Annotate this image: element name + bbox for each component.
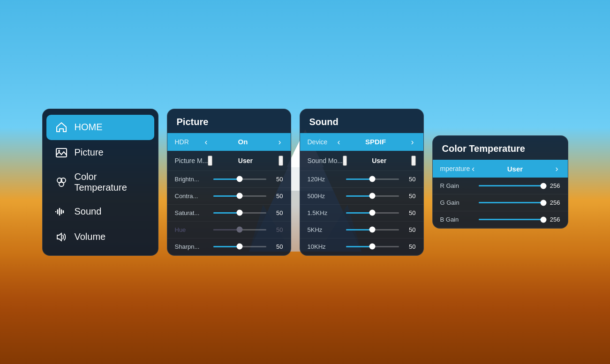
contrast-track[interactable]: [213, 195, 266, 197]
hdr-label: HDR: [175, 138, 203, 146]
menu-item-picture[interactable]: Picture: [46, 140, 154, 165]
picture-mode-value: User: [212, 157, 279, 164]
ggain-row: G Gain 256: [433, 194, 568, 211]
ggain-value: 256: [548, 199, 560, 206]
khz5-row: 5KHz 50: [300, 222, 423, 238]
contrast-row: Contra... 50: [167, 188, 291, 205]
home-icon: [55, 121, 68, 134]
saturation-label: Saturat...: [175, 209, 209, 216]
hdr-prev-button[interactable]: ‹: [203, 138, 210, 146]
sharpness-value: 50: [271, 243, 283, 250]
svg-point-7: [58, 150, 60, 152]
ui-overlay: HOME Picture Color Temperatu: [0, 0, 610, 364]
temp-next-button[interactable]: ›: [554, 164, 560, 173]
bgain-row: B Gain 256: [433, 211, 568, 228]
hz120-label: 120Hz: [308, 176, 341, 183]
saturation-value: 50: [271, 209, 283, 216]
sharpness-row: Sharpn... 50: [167, 238, 291, 255]
picture-mode-row[interactable]: Picture M... ‹ User ›: [167, 151, 291, 171]
bgain-label: B Gain: [440, 216, 474, 223]
khz10-label: 10KHz: [308, 243, 341, 250]
ggain-label: G Gain: [440, 199, 474, 206]
rgain-track[interactable]: [479, 185, 543, 186]
device-prev-button[interactable]: ‹: [336, 138, 342, 146]
brightness-row: Brightn... 50: [167, 171, 291, 188]
sound-mode-row[interactable]: Sound Mo... ‹ User ›: [300, 151, 423, 171]
temp-label: mperature: [440, 165, 470, 172]
hz500-value: 50: [404, 193, 416, 200]
menu-item-home[interactable]: HOME: [46, 115, 154, 140]
menu-label-picture: Picture: [75, 147, 104, 158]
khz10-value: 50: [404, 243, 416, 250]
hue-label: Hue: [175, 226, 209, 233]
sound-mode-next[interactable]: ›: [411, 156, 415, 166]
contrast-value: 50: [271, 193, 283, 200]
rgain-label: R Gain: [440, 182, 474, 189]
hz120-track[interactable]: [346, 178, 399, 180]
hue-track: [213, 229, 266, 230]
brightness-value: 50: [271, 176, 283, 183]
menu-label-volume: Volume: [75, 231, 106, 242]
khz5-label: 5KHz: [308, 226, 341, 233]
khz15-row: 1.5KHz 50: [300, 205, 423, 222]
svg-point-10: [59, 182, 64, 186]
hue-row: Hue 50: [167, 222, 291, 238]
color-temp-panel: Color Temperature mperature ‹ User › R G…: [432, 135, 568, 229]
hz120-row: 120Hz 50: [300, 171, 423, 188]
menu-label-sound: Sound: [75, 206, 102, 217]
khz10-track[interactable]: [346, 246, 399, 247]
khz5-value: 50: [404, 226, 416, 233]
sound-panel: Sound Device ‹ SPDIF › Sound Mo... ‹ Use…: [300, 109, 424, 256]
picture-panel: Picture HDR ‹ On › Picture M... ‹ User ›…: [167, 109, 291, 256]
sound-mode-label: Sound Mo...: [308, 157, 343, 164]
hdr-selector-row[interactable]: HDR ‹ On ›: [167, 133, 291, 151]
saturation-track[interactable]: [213, 212, 266, 214]
brightness-label: Brightn...: [175, 176, 209, 183]
device-next-button[interactable]: ›: [409, 138, 416, 146]
khz10-row: 10KHz 50: [300, 238, 423, 255]
hdr-value: On: [210, 138, 277, 146]
menu-item-sound[interactable]: Sound: [46, 199, 154, 224]
khz15-label: 1.5KHz: [308, 209, 341, 216]
sound-panel-title: Sound: [300, 109, 423, 133]
hue-value: 50: [271, 226, 283, 233]
temp-prev-button[interactable]: ‹: [470, 164, 476, 173]
bgain-value: 256: [548, 216, 560, 223]
saturation-row: Saturat... 50: [167, 205, 291, 222]
hz500-label: 500Hz: [308, 193, 341, 200]
menu-item-color-temperature[interactable]: Color Temperature: [46, 165, 154, 199]
picture-mode-prev[interactable]: ‹: [208, 156, 212, 166]
menu-label-color-temp: Color Temperature: [75, 171, 146, 193]
temp-value: User: [476, 165, 553, 173]
picture-icon: [55, 146, 68, 159]
hz500-track[interactable]: [346, 195, 399, 197]
menu-item-volume[interactable]: Volume: [46, 224, 154, 250]
rgain-value: 256: [548, 182, 560, 189]
bgain-track[interactable]: [479, 219, 543, 220]
picture-mode-label: Picture M...: [175, 157, 208, 164]
sharpness-label: Sharpn...: [175, 243, 209, 250]
picture-panel-title: Picture: [167, 109, 291, 133]
sharpness-track[interactable]: [213, 246, 266, 247]
sound-icon: [55, 205, 68, 218]
hz120-value: 50: [404, 176, 416, 183]
device-selector-row[interactable]: Device ‹ SPDIF ›: [300, 133, 423, 151]
ggain-track[interactable]: [479, 202, 543, 203]
contrast-label: Contra...: [175, 193, 209, 200]
main-menu-panel: HOME Picture Color Temperatu: [42, 109, 158, 256]
sound-mode-prev[interactable]: ‹: [343, 156, 347, 166]
sound-mode-value: User: [347, 157, 411, 164]
hdr-next-button[interactable]: ›: [277, 138, 283, 146]
color-temp-icon: [55, 176, 68, 189]
volume-icon: [55, 230, 68, 244]
temp-selector-row[interactable]: mperature ‹ User ›: [433, 160, 568, 178]
rgain-row: R Gain 256: [433, 178, 568, 194]
khz15-value: 50: [404, 209, 416, 216]
picture-mode-next[interactable]: ›: [279, 156, 283, 166]
menu-label-home: HOME: [75, 122, 103, 133]
device-label: Device: [308, 138, 336, 146]
hz500-row: 500Hz 50: [300, 188, 423, 205]
khz5-track[interactable]: [346, 229, 399, 230]
khz15-track[interactable]: [346, 212, 399, 214]
brightness-track[interactable]: [213, 178, 266, 180]
